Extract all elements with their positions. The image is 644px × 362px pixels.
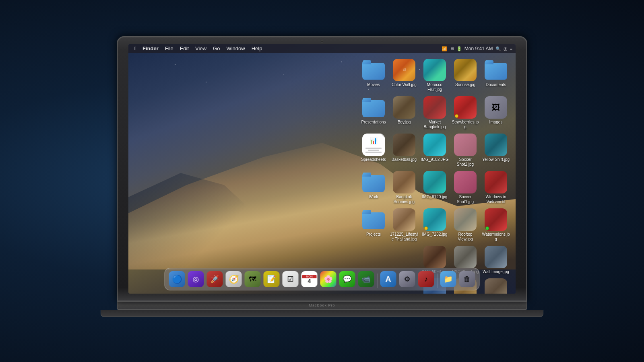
apple-menu[interactable]:  bbox=[132, 45, 139, 52]
notification-icon[interactable]: ≡ bbox=[510, 46, 512, 51]
desktop-icon-yellow-shirt[interactable]: Yellow Shirt.jpg bbox=[480, 132, 512, 169]
go-menu[interactable]: Go bbox=[210, 44, 223, 53]
screen:  Finder File Edit View Go Window Help 📶… bbox=[128, 44, 516, 294]
dock-item-facetime[interactable]: 📹 bbox=[357, 270, 375, 288]
desktop-icon-basketball[interactable]: Basketball.jpg bbox=[388, 132, 420, 169]
dock-item-calendar[interactable]: MON 4 bbox=[301, 270, 318, 288]
dock-item-stack[interactable]: 📁 bbox=[440, 270, 457, 288]
desktop-icon-work[interactable]: Work bbox=[358, 169, 389, 206]
icon-label-soccer-shot1: Soccer Shot1.jpg bbox=[451, 195, 480, 204]
icon-label-spreadsheets: Spreadsheets bbox=[361, 157, 386, 162]
icon-label-watermelons: Watermelons.jpg bbox=[481, 232, 510, 242]
status-dot-watermelons bbox=[485, 226, 489, 230]
icon-label-work: Work bbox=[369, 195, 378, 200]
dock-item-notes[interactable]: 📝 bbox=[263, 270, 281, 288]
icon-label-projects: Projects bbox=[366, 232, 381, 237]
macbook-label: MacBook Pro bbox=[309, 303, 335, 307]
icon-label-img9102: IMG_9102.JPG bbox=[421, 157, 449, 162]
desktop-icon-movies[interactable]: Movies bbox=[358, 57, 389, 94]
desktop-background:  Finder File Edit View Go Window Help 📶… bbox=[128, 44, 516, 294]
desktop-icon-projects[interactable]: Projects bbox=[358, 207, 389, 243]
dock-item-messages[interactable]: 💬 bbox=[339, 270, 356, 288]
icon-label-wall-image: Wall Image.jpg bbox=[483, 269, 509, 274]
dock-item-reminders[interactable]: ☑ bbox=[282, 270, 299, 288]
wifi-icon: 📶 bbox=[442, 46, 447, 51]
menu-bar:  Finder File Edit View Go Window Help 📶… bbox=[128, 44, 516, 53]
dock-separator-2 bbox=[437, 274, 438, 288]
file-menu[interactable]: File bbox=[162, 44, 176, 53]
desktop-icon-bangkok-sunnies[interactable]: Bangkok Sunnies.jpg bbox=[388, 169, 420, 206]
window-menu[interactable]: Window bbox=[223, 44, 248, 53]
dock-item-maps[interactable]: 🗺 bbox=[244, 270, 262, 288]
display-icon: 🖥 bbox=[450, 46, 454, 51]
desktop-icon-soccer-shot2[interactable]: Soccer Shot2.jpg bbox=[450, 132, 481, 169]
icon-label-images: Images bbox=[489, 120, 503, 125]
desktop-icon-windows-vietnam[interactable]: Windows in Vietnam.tif bbox=[480, 169, 512, 206]
status-dot-strawberries bbox=[455, 114, 458, 118]
dock-item-photos[interactable]: 🌸 bbox=[320, 270, 337, 288]
desktop-icon-rooftop[interactable]: Rooftop View.jpg bbox=[450, 207, 481, 243]
icon-label-market-bangkok: Market Bangkok.jpg bbox=[420, 120, 449, 130]
dock-item-safari[interactable]: 🧭 bbox=[225, 270, 243, 288]
dock-item-siri[interactable]: ◎ bbox=[187, 270, 205, 288]
desktop-icon-boy[interactable]: Boy.jpg bbox=[388, 95, 420, 131]
desktop-icon-lifestyle-thailand[interactable]: 171225_Lifestyle Thailand.jpg bbox=[388, 207, 420, 243]
icon-label-movies: Movies bbox=[367, 82, 380, 87]
dock-item-preferences[interactable]: ⚙ bbox=[398, 270, 416, 288]
help-menu[interactable]: Help bbox=[249, 44, 265, 53]
menu-bar-right: 📶 🖥 🔋 Mon 9:41 AM 🔍 ◎ ≡ bbox=[442, 46, 512, 51]
icon-label-colorwall: Color Wall.jpg bbox=[392, 82, 417, 87]
icon-label-strawberries: Strawberries.jpg bbox=[451, 120, 480, 130]
search-icon[interactable]: 🔍 bbox=[495, 46, 501, 51]
icon-label-img7282: IMG_7282.jpg bbox=[422, 232, 448, 237]
desktop-icon-spreadsheets[interactable]: 📊 Spreadsheets bbox=[358, 132, 389, 169]
icon-label-morocco-fruit: Morocco Fruit.jpg bbox=[420, 82, 449, 92]
icon-label-presentations: Presentations bbox=[361, 120, 386, 125]
desktop-icon-soccer-shot1[interactable]: Soccer Shot1.jpg bbox=[450, 169, 481, 206]
desktop-icon-presentations[interactable]: Presentations bbox=[358, 95, 389, 131]
camera-icon bbox=[321, 40, 323, 43]
siri-icon[interactable]: ◎ bbox=[504, 46, 508, 51]
finder-menu[interactable]: Finder bbox=[140, 44, 161, 53]
desktop-icon-img7282[interactable]: IMG_7282.jpg bbox=[419, 207, 450, 243]
desktop-icon-documents[interactable]: Documents bbox=[480, 57, 512, 94]
macbook-base bbox=[101, 310, 543, 317]
desktop-icons-grid: Movies 🖼 Color Wall.jpg bbox=[356, 56, 512, 294]
desktop-icon-img8120[interactable]: IMG_8120.jpg bbox=[419, 169, 450, 206]
edit-menu[interactable]: Edit bbox=[177, 44, 192, 53]
dock-item-appstore[interactable]: A bbox=[380, 270, 397, 288]
icon-label-boy: Boy.jpg bbox=[398, 120, 411, 125]
icon-label-yellow-shirt: Yellow Shirt.jpg bbox=[482, 157, 510, 162]
icon-label-lifestyle-thailand: 171225_Lifestyle Thailand.jpg bbox=[390, 232, 419, 242]
dock-item-finder[interactable]: 🔵 bbox=[168, 270, 186, 288]
desktop-icon-img9102[interactable]: IMG_9102.JPG bbox=[419, 132, 450, 169]
macbook-lid:  Finder File Edit View Go Window Help 📶… bbox=[117, 36, 527, 302]
clock: Mon 9:41 AM bbox=[464, 46, 493, 51]
icon-label-windows-vietnam: Windows in Vietnam.tif bbox=[481, 195, 510, 204]
dock-item-launchpad[interactable]: 🚀 bbox=[206, 270, 224, 288]
dock-item-music[interactable]: ♪ bbox=[417, 270, 435, 288]
dock-separator bbox=[377, 274, 378, 288]
icon-label-soccer-shot2: Soccer Shot2.jpg bbox=[451, 157, 480, 167]
desktop-icon-morocco-fruit[interactable]: Morocco Fruit.jpg bbox=[419, 57, 450, 94]
desktop-icon-colorwall[interactable]: 🖼 Color Wall.jpg bbox=[388, 57, 420, 94]
view-menu[interactable]: View bbox=[192, 44, 209, 53]
desktop-icon-market-bangkok[interactable]: Market Bangkok.jpg bbox=[419, 95, 450, 131]
icon-label-documents: Documents bbox=[486, 82, 506, 87]
dock: 🔵 ◎ 🚀 🧭 bbox=[165, 268, 480, 290]
icon-label-rooftop: Rooftop View.jpg bbox=[451, 232, 480, 242]
desktop-icon-wall-image[interactable]: Wall Image.jpg bbox=[480, 244, 512, 276]
battery-icon: 🔋 bbox=[456, 46, 462, 51]
desktop-icon-vietnamese-girl[interactable]: Vietnamese Girl.tif bbox=[480, 277, 512, 294]
desktop-icon-watermelons[interactable]: Watermelons.jpg bbox=[480, 207, 512, 243]
icon-label-sunrise: Sunrise.jpg bbox=[455, 82, 475, 87]
desktop-icon-sunrise[interactable]: Sunrise.jpg bbox=[450, 57, 481, 94]
macbook-outer:  Finder File Edit View Go Window Help 📶… bbox=[117, 36, 527, 326]
menu-bar-left:  Finder File Edit View Go Window Help bbox=[132, 44, 265, 53]
desktop-icon-images[interactable]: 🖼 Images bbox=[480, 95, 512, 131]
status-dot-img7282 bbox=[424, 226, 428, 230]
desktop-icon-strawberries[interactable]: Strawberries.jpg bbox=[450, 95, 481, 131]
icon-label-img8120: IMG_8120.jpg bbox=[422, 195, 448, 200]
dock-item-trash[interactable]: 🗑 bbox=[458, 270, 476, 288]
macbook-chin: MacBook Pro bbox=[117, 302, 527, 310]
